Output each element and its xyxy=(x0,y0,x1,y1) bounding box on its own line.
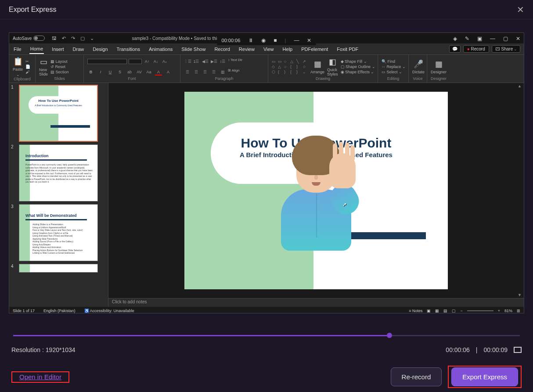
align-text-button[interactable]: ⊞ Align xyxy=(228,68,240,76)
video-timeline[interactable] xyxy=(9,333,524,338)
tab-insert[interactable]: Insert xyxy=(51,45,65,54)
window-close-icon[interactable]: ✕ xyxy=(516,36,520,42)
indent-dec-icon[interactable]: ◀☰ xyxy=(202,58,209,65)
tab-record[interactable]: Record xyxy=(213,45,230,54)
align-center-icon[interactable]: ☰ xyxy=(193,68,200,76)
text-direction-button[interactable]: ↕ Text Dir xyxy=(228,58,242,65)
line-spacing-icon[interactable]: ↕☰ xyxy=(219,58,226,65)
close-recording-icon[interactable]: ✕ xyxy=(307,37,311,43)
underline-icon[interactable]: U xyxy=(107,68,114,76)
notes-placeholder[interactable]: Click to add notes xyxy=(108,298,524,307)
redo-icon[interactable]: ↷ xyxy=(71,36,75,41)
tab-foxit[interactable]: Foxit PDF xyxy=(336,45,359,54)
re-record-button[interactable]: Re-record xyxy=(391,367,442,386)
zoom-slider[interactable] xyxy=(467,310,493,311)
dictate-button[interactable]: 🎤Dictate xyxy=(412,59,425,74)
paste-button[interactable]: 📋Paste⌄ xyxy=(13,57,23,77)
slide-thumbnails-panel[interactable]: 1 How To Use PowerPoint A Brief Introduc… xyxy=(9,83,108,307)
autosave-toggle[interactable]: AutoSave xyxy=(13,36,45,41)
font-size-selector[interactable] xyxy=(129,59,142,64)
spacing-icon[interactable]: AV xyxy=(136,68,143,76)
layout-button[interactable]: ▦ Layout xyxy=(50,59,69,64)
tab-pdfelement[interactable]: PDFelement xyxy=(300,45,329,54)
diamond-icon[interactable]: ◈ xyxy=(453,36,457,42)
fullscreen-icon[interactable] xyxy=(514,347,522,353)
export-express-button[interactable]: Export Express xyxy=(451,367,518,386)
share-button[interactable]: ⮹ Share ⌄ xyxy=(492,45,520,53)
replace-button[interactable]: ↔ Replace ⌄ xyxy=(382,65,406,69)
timeline-playhead[interactable] xyxy=(387,333,392,338)
shape-fill-button[interactable]: ◆ Shape Fill ⌄ xyxy=(341,59,375,64)
font-color-icon[interactable]: A xyxy=(155,68,162,76)
columns-icon[interactable]: ▥ xyxy=(219,68,226,76)
tab-slideshow[interactable]: Slide Show xyxy=(180,45,206,54)
quick-styles-button[interactable]: ◧Quick Styles xyxy=(327,57,338,76)
copy-icon[interactable]: 📄 xyxy=(25,65,30,69)
tab-transitions[interactable]: Transitions xyxy=(116,45,141,54)
tab-animations[interactable]: Animations xyxy=(148,45,173,54)
minimize-icon[interactable]: — xyxy=(294,37,299,43)
slideshow-view-icon[interactable]: ▢ xyxy=(452,309,456,313)
shapes-gallery[interactable]: ▭▭○△╲↗ ◇△○{}☆ ⬡(){}⌄ xyxy=(272,59,308,74)
shape-outline-button[interactable]: ▢ Shape Outline ⌄ xyxy=(341,65,375,69)
tab-view[interactable]: View xyxy=(263,45,275,54)
tab-home[interactable]: Home xyxy=(29,44,44,54)
scroll-down-icon[interactable]: ▼ xyxy=(518,293,523,297)
close-icon[interactable]: ✕ xyxy=(517,4,524,15)
sorter-view-icon[interactable]: ▦ xyxy=(435,309,439,313)
cut-icon[interactable]: ✂ xyxy=(25,59,30,64)
font-selector[interactable] xyxy=(87,59,127,64)
format-painter-icon[interactable]: 🖌 xyxy=(25,70,30,74)
decrease-font-icon[interactable]: A↓ xyxy=(152,58,159,65)
justify-icon[interactable]: ☰ xyxy=(210,68,217,76)
more-icon[interactable]: ⌄ xyxy=(90,36,94,41)
status-accessibility[interactable]: ♿ Accessibility: Unavailable xyxy=(84,309,134,313)
new-slide-button[interactable]: ▭New Slide xyxy=(39,57,48,76)
designer-button[interactable]: ▦Designer xyxy=(431,59,447,74)
tab-design[interactable]: Design xyxy=(92,45,108,54)
increase-font-icon[interactable]: A↑ xyxy=(144,58,151,65)
window-minimize-icon[interactable]: — xyxy=(490,36,495,42)
tab-help[interactable]: Help xyxy=(282,45,294,54)
pen-icon[interactable]: ✎ xyxy=(465,36,469,42)
slide-thumbnail[interactable]: Introduction PowerPoint is a very common… xyxy=(19,144,98,201)
fit-window-icon[interactable]: ⊞ xyxy=(517,309,520,313)
scroll-up-icon[interactable]: ▲ xyxy=(518,84,523,88)
window-maximize-icon[interactable]: ▢ xyxy=(503,36,508,42)
normal-view-icon[interactable]: ▣ xyxy=(427,309,431,313)
tab-review[interactable]: Review xyxy=(238,45,256,54)
notes-toggle[interactable]: ≡ Notes xyxy=(409,309,422,313)
italic-icon[interactable]: I xyxy=(97,68,104,76)
layout-icon[interactable]: ▣ xyxy=(477,36,482,42)
status-language[interactable]: English (Pakistan) xyxy=(43,309,76,313)
clear-format-icon[interactable]: Aₓ xyxy=(161,58,168,65)
select-button[interactable]: ▭ Select ⌄ xyxy=(382,70,406,74)
indent-inc-icon[interactable]: ▶☰ xyxy=(210,58,217,65)
align-right-icon[interactable]: ☰ xyxy=(202,68,209,76)
reset-button[interactable]: ↺ Reset xyxy=(50,65,69,69)
highlight-icon[interactable]: A xyxy=(165,68,172,76)
slide-thumbnail[interactable]: What Will be Demonstrated Adding Slides … xyxy=(19,204,98,261)
tab-file[interactable]: File xyxy=(13,45,22,54)
bold-icon[interactable]: B xyxy=(87,68,94,76)
zoom-out-icon[interactable]: − xyxy=(460,309,462,313)
shadow-icon[interactable]: ab xyxy=(126,68,133,76)
align-left-icon[interactable]: ☰ xyxy=(184,68,191,76)
strike-icon[interactable]: S xyxy=(116,68,123,76)
open-in-editor-link[interactable]: Open in Editor xyxy=(15,370,66,383)
reading-view-icon[interactable]: ▤ xyxy=(443,309,447,313)
tab-draw[interactable]: Draw xyxy=(72,45,85,54)
zoom-in-icon[interactable]: + xyxy=(498,309,500,313)
record-icon[interactable]: ◉ xyxy=(261,37,266,43)
case-icon[interactable]: Aa xyxy=(145,68,152,76)
comments-icon[interactable]: 💬 xyxy=(449,45,461,53)
shape-effects-button[interactable]: ◉ Shape Effects ⌄ xyxy=(341,70,375,74)
record-button[interactable]: ● Record xyxy=(463,45,489,53)
document-title[interactable]: sample3 - Compatibility Mode • Saved to … xyxy=(132,36,231,41)
numbering-icon[interactable]: 1☰ xyxy=(193,58,200,65)
pause-icon[interactable]: ⏸ xyxy=(248,37,253,43)
slideshow-icon[interactable]: ▢ xyxy=(80,36,85,41)
find-button[interactable]: 🔍 Find xyxy=(382,59,406,64)
stop-icon[interactable]: ■ xyxy=(274,37,277,43)
section-button[interactable]: ▤ Section xyxy=(50,70,69,74)
